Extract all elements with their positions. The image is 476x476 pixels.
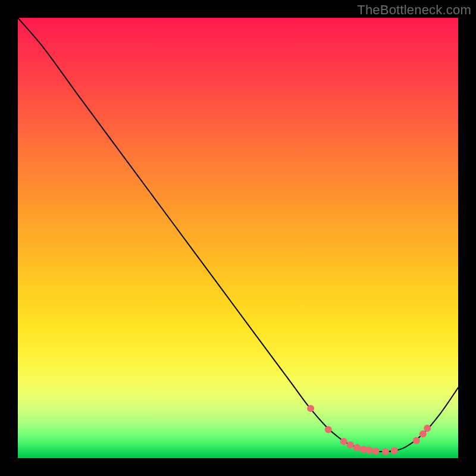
marker-dot (372, 447, 380, 455)
marker-dot (391, 447, 398, 454)
chart-stage: TheBottleneck.com (0, 0, 476, 476)
watermark-text: TheBottleneck.com (357, 2, 471, 18)
marker-dot (424, 425, 431, 432)
marker-dot (325, 426, 332, 433)
marker-dot (366, 447, 373, 454)
plot-area (18, 18, 458, 458)
marker-dot (413, 437, 420, 444)
marker-dot (307, 405, 314, 412)
marker-dot (382, 448, 389, 455)
marker-dot (347, 441, 354, 449)
series-curve (18, 18, 458, 452)
marker-dot (340, 438, 347, 445)
markers-highlight-dots (307, 405, 431, 455)
chart-svg (18, 18, 458, 458)
marker-dot (419, 430, 427, 437)
marker-dot (353, 444, 361, 451)
